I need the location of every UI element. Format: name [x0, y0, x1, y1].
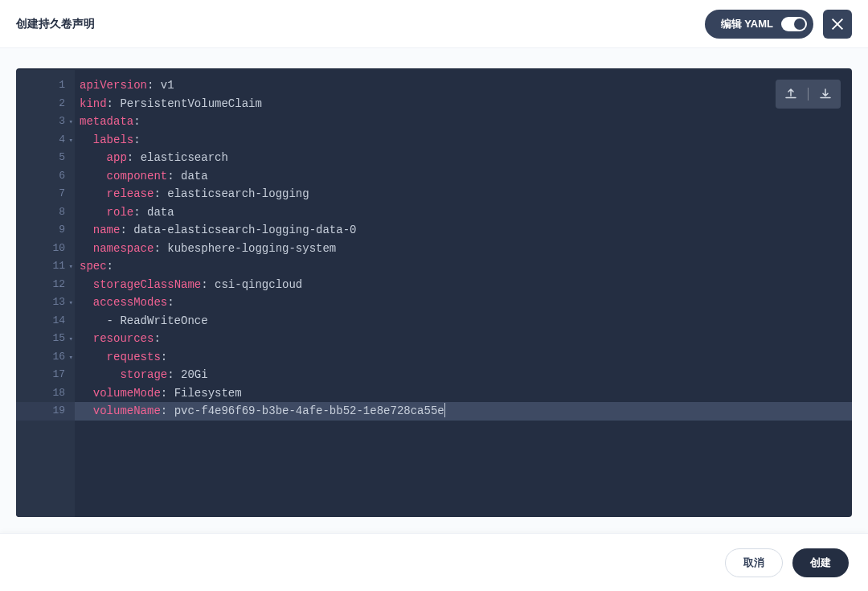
line-number: 12 [16, 276, 75, 294]
cancel-button[interactable]: 取消 [725, 548, 783, 577]
line-number: 19 [16, 402, 75, 421]
modal-footer: 取消 创建 [0, 533, 868, 591]
line-number: 9 [16, 221, 75, 240]
line-gutter: 12345678910111213141516171819 [16, 70, 75, 517]
edit-yaml-label: 编辑 YAML [721, 17, 773, 31]
code-line[interactable]: role: data [80, 203, 852, 222]
code-line[interactable]: apiVersion: v1 [80, 76, 852, 95]
code-line[interactable]: volumeName: pvc-f4e96f69-b3be-4afe-bb52-… [75, 402, 852, 421]
line-number: 4 [16, 131, 75, 150]
line-number: 2 [16, 95, 75, 113]
line-number: 5 [16, 149, 75, 167]
line-number: 10 [16, 240, 75, 258]
line-number: 3 [16, 113, 75, 131]
close-icon [831, 18, 844, 31]
modal-header: 创建持久卷声明 编辑 YAML [0, 0, 868, 48]
code-line[interactable]: volumeMode: Filesystem [80, 384, 852, 403]
editor-container: 12345678910111213141516171819 apiVersion… [0, 48, 868, 533]
code-line[interactable]: namespace: kubesphere-logging-system [80, 240, 852, 258]
editor-action-bar [776, 80, 841, 109]
line-number: 14 [16, 312, 75, 330]
line-number: 7 [16, 185, 75, 203]
code-line[interactable]: kind: PersistentVolumeClaim [80, 95, 852, 113]
close-button[interactable] [823, 10, 852, 39]
code-line[interactable]: requests: [80, 348, 852, 367]
code-line[interactable]: resources: [80, 330, 852, 348]
code-line[interactable]: release: elasticsearch-logging [80, 185, 852, 203]
line-number: 17 [16, 366, 75, 384]
code-line[interactable]: labels: [80, 131, 852, 150]
page-title: 创建持久卷声明 [16, 17, 95, 31]
edit-yaml-toggle[interactable]: 编辑 YAML [705, 10, 813, 39]
code-line[interactable]: storageClassName: csi-qingcloud [80, 276, 852, 294]
code-line[interactable]: metadata: [80, 113, 852, 131]
text-cursor [444, 403, 445, 417]
line-number: 18 [16, 384, 75, 403]
line-number: 15 [16, 330, 75, 348]
separator-icon [808, 88, 809, 101]
line-number: 16 [16, 348, 75, 367]
code-line[interactable]: storage: 20Gi [80, 366, 852, 384]
line-number: 8 [16, 203, 75, 222]
line-number: 11 [16, 257, 75, 276]
code-line[interactable]: name: data-elasticsearch-logging-data-0 [80, 221, 852, 240]
create-button[interactable]: 创建 [792, 548, 849, 577]
code-line[interactable]: app: elasticsearch [80, 149, 852, 167]
line-number: 6 [16, 167, 75, 186]
line-number: 13 [16, 293, 75, 312]
line-number: 1 [16, 76, 75, 95]
yaml-editor[interactable]: 12345678910111213141516171819 apiVersion… [16, 68, 852, 517]
code-line[interactable]: component: data [80, 167, 852, 186]
header-actions: 编辑 YAML [705, 10, 852, 39]
code-line[interactable]: spec: [80, 257, 852, 276]
upload-icon[interactable] [784, 87, 798, 101]
download-icon[interactable] [818, 87, 833, 101]
code-line[interactable]: accessModes: [80, 293, 852, 312]
toggle-switch-icon [781, 17, 807, 31]
code-line[interactable]: - ReadWriteOnce [80, 312, 852, 330]
code-area[interactable]: apiVersion: v1kind: PersistentVolumeClai… [75, 70, 852, 517]
